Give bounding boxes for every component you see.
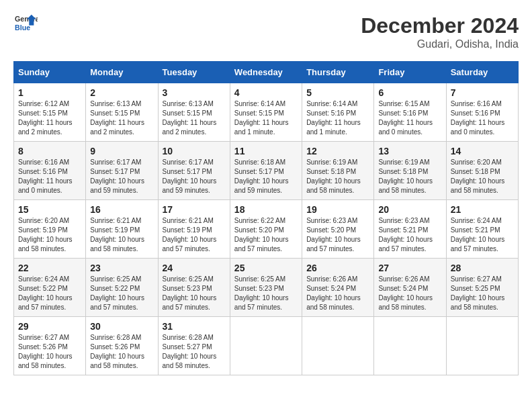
weekday-header-row: SundayMondayTuesdayWednesdayThursdayFrid… — [14, 62, 519, 83]
logo: General Blue — [13, 13, 38, 34]
calendar-cell: 6Sunrise: 6:15 AM Sunset: 5:16 PM Daylig… — [374, 83, 446, 142]
week-row-5: 29Sunrise: 6:27 AM Sunset: 5:26 PM Dayli… — [14, 317, 519, 375]
weekday-header-friday: Friday — [374, 62, 446, 83]
day-number: 21 — [451, 204, 514, 215]
day-info: Sunrise: 6:19 AM Sunset: 5:18 PM Dayligh… — [378, 158, 441, 195]
day-info: Sunrise: 6:16 AM Sunset: 5:16 PM Dayligh… — [18, 158, 81, 195]
week-row-2: 8Sunrise: 6:16 AM Sunset: 5:16 PM Daylig… — [14, 142, 519, 200]
calendar-cell: 23Sunrise: 6:25 AM Sunset: 5:22 PM Dayli… — [86, 259, 158, 317]
week-row-1: 1Sunrise: 6:12 AM Sunset: 5:15 PM Daylig… — [14, 83, 519, 142]
calendar-cell: 9Sunrise: 6:17 AM Sunset: 5:17 PM Daylig… — [86, 142, 158, 200]
day-number: 24 — [163, 263, 226, 273]
calendar-cell: 3Sunrise: 6:13 AM Sunset: 5:15 PM Daylig… — [158, 83, 230, 142]
calendar-cell: 19Sunrise: 6:23 AM Sunset: 5:20 PM Dayli… — [302, 200, 374, 259]
weekday-header-saturday: Saturday — [446, 62, 518, 83]
day-info: Sunrise: 6:28 AM Sunset: 5:26 PM Dayligh… — [90, 333, 153, 371]
day-number: 3 — [163, 87, 226, 98]
day-number: 14 — [451, 146, 514, 156]
day-info: Sunrise: 6:26 AM Sunset: 5:24 PM Dayligh… — [306, 275, 369, 312]
day-info: Sunrise: 6:26 AM Sunset: 5:24 PM Dayligh… — [378, 275, 441, 312]
calendar-cell: 5Sunrise: 6:14 AM Sunset: 5:16 PM Daylig… — [302, 83, 374, 142]
day-number: 26 — [306, 263, 369, 273]
day-number: 4 — [234, 87, 298, 98]
weekday-header-monday: Monday — [86, 62, 158, 83]
calendar-cell: 28Sunrise: 6:27 AM Sunset: 5:25 PM Dayli… — [446, 259, 518, 317]
calendar-cell: 21Sunrise: 6:24 AM Sunset: 5:21 PM Dayli… — [446, 200, 518, 259]
calendar-cell — [446, 317, 518, 375]
day-info: Sunrise: 6:24 AM Sunset: 5:22 PM Dayligh… — [18, 275, 81, 312]
calendar-cell: 4Sunrise: 6:14 AM Sunset: 5:15 PM Daylig… — [230, 83, 302, 142]
day-number: 15 — [18, 204, 81, 215]
day-number: 10 — [163, 146, 226, 156]
day-number: 7 — [451, 87, 514, 98]
day-number: 6 — [378, 87, 441, 98]
day-number: 20 — [378, 204, 441, 215]
day-number: 27 — [378, 263, 441, 273]
day-info: Sunrise: 6:14 AM Sunset: 5:15 PM Dayligh… — [234, 99, 298, 137]
weekday-header-thursday: Thursday — [302, 62, 374, 83]
day-info: Sunrise: 6:22 AM Sunset: 5:20 PM Dayligh… — [234, 216, 298, 254]
calendar-cell: 1Sunrise: 6:12 AM Sunset: 5:15 PM Daylig… — [14, 83, 86, 142]
day-info: Sunrise: 6:25 AM Sunset: 5:22 PM Dayligh… — [90, 275, 153, 312]
calendar-cell: 12Sunrise: 6:19 AM Sunset: 5:18 PM Dayli… — [302, 142, 374, 200]
calendar-cell: 24Sunrise: 6:25 AM Sunset: 5:23 PM Dayli… — [158, 259, 230, 317]
day-info: Sunrise: 6:18 AM Sunset: 5:17 PM Dayligh… — [234, 158, 298, 195]
day-number: 19 — [306, 204, 369, 215]
calendar-cell: 17Sunrise: 6:21 AM Sunset: 5:19 PM Dayli… — [158, 200, 230, 259]
day-info: Sunrise: 6:25 AM Sunset: 5:23 PM Dayligh… — [163, 275, 226, 312]
calendar-cell: 2Sunrise: 6:13 AM Sunset: 5:15 PM Daylig… — [86, 83, 158, 142]
day-number: 18 — [234, 204, 298, 215]
day-info: Sunrise: 6:20 AM Sunset: 5:18 PM Dayligh… — [451, 158, 514, 195]
day-number: 8 — [18, 146, 81, 156]
day-info: Sunrise: 6:28 AM Sunset: 5:27 PM Dayligh… — [163, 333, 226, 371]
week-row-3: 15Sunrise: 6:20 AM Sunset: 5:19 PM Dayli… — [14, 200, 519, 259]
day-number: 16 — [90, 204, 153, 215]
day-number: 5 — [306, 87, 369, 98]
day-info: Sunrise: 6:21 AM Sunset: 5:19 PM Dayligh… — [90, 216, 153, 254]
week-row-4: 22Sunrise: 6:24 AM Sunset: 5:22 PM Dayli… — [14, 259, 519, 317]
day-number: 11 — [234, 146, 298, 156]
day-number: 23 — [90, 263, 153, 273]
day-info: Sunrise: 6:23 AM Sunset: 5:21 PM Dayligh… — [378, 216, 441, 254]
calendar-cell: 13Sunrise: 6:19 AM Sunset: 5:18 PM Dayli… — [374, 142, 446, 200]
calendar-cell — [374, 317, 446, 375]
day-number: 22 — [18, 263, 81, 273]
calendar-cell: 22Sunrise: 6:24 AM Sunset: 5:22 PM Dayli… — [14, 259, 86, 317]
day-number: 9 — [90, 146, 153, 156]
day-number: 13 — [378, 146, 441, 156]
calendar-cell: 29Sunrise: 6:27 AM Sunset: 5:26 PM Dayli… — [14, 317, 86, 375]
day-number: 17 — [163, 204, 226, 215]
day-number: 31 — [163, 321, 226, 332]
day-info: Sunrise: 6:27 AM Sunset: 5:26 PM Dayligh… — [18, 333, 81, 371]
calendar-cell: 8Sunrise: 6:16 AM Sunset: 5:16 PM Daylig… — [14, 142, 86, 200]
calendar-cell — [302, 317, 374, 375]
calendar-cell: 15Sunrise: 6:20 AM Sunset: 5:19 PM Dayli… — [14, 200, 86, 259]
day-number: 12 — [306, 146, 369, 156]
day-info: Sunrise: 6:14 AM Sunset: 5:16 PM Dayligh… — [306, 99, 369, 137]
calendar-cell: 25Sunrise: 6:25 AM Sunset: 5:23 PM Dayli… — [230, 259, 302, 317]
day-info: Sunrise: 6:12 AM Sunset: 5:15 PM Dayligh… — [18, 99, 81, 137]
logo-icon: General Blue — [13, 13, 38, 34]
day-info: Sunrise: 6:21 AM Sunset: 5:19 PM Dayligh… — [163, 216, 226, 254]
calendar-cell: 27Sunrise: 6:26 AM Sunset: 5:24 PM Dayli… — [374, 259, 446, 317]
calendar-cell: 26Sunrise: 6:26 AM Sunset: 5:24 PM Dayli… — [302, 259, 374, 317]
weekday-header-wednesday: Wednesday — [230, 62, 302, 83]
day-info: Sunrise: 6:24 AM Sunset: 5:21 PM Dayligh… — [451, 216, 514, 254]
day-info: Sunrise: 6:17 AM Sunset: 5:17 PM Dayligh… — [90, 158, 153, 195]
calendar-cell — [230, 317, 302, 375]
day-info: Sunrise: 6:23 AM Sunset: 5:20 PM Dayligh… — [306, 216, 369, 254]
day-info: Sunrise: 6:25 AM Sunset: 5:23 PM Dayligh… — [234, 275, 298, 312]
calendar-cell: 16Sunrise: 6:21 AM Sunset: 5:19 PM Dayli… — [86, 200, 158, 259]
calendar-cell: 30Sunrise: 6:28 AM Sunset: 5:26 PM Dayli… — [86, 317, 158, 375]
day-info: Sunrise: 6:20 AM Sunset: 5:19 PM Dayligh… — [18, 216, 81, 254]
calendar-cell: 10Sunrise: 6:17 AM Sunset: 5:17 PM Dayli… — [158, 142, 230, 200]
day-info: Sunrise: 6:19 AM Sunset: 5:18 PM Dayligh… — [306, 158, 369, 195]
calendar-cell: 11Sunrise: 6:18 AM Sunset: 5:17 PM Dayli… — [230, 142, 302, 200]
title-area: December 2024 Gudari, Odisha, India — [361, 13, 519, 50]
weekday-header-tuesday: Tuesday — [158, 62, 230, 83]
day-number: 28 — [451, 263, 514, 273]
day-info: Sunrise: 6:16 AM Sunset: 5:16 PM Dayligh… — [451, 99, 514, 137]
calendar-cell: 20Sunrise: 6:23 AM Sunset: 5:21 PM Dayli… — [374, 200, 446, 259]
day-info: Sunrise: 6:15 AM Sunset: 5:16 PM Dayligh… — [378, 99, 441, 137]
calendar-cell: 31Sunrise: 6:28 AM Sunset: 5:27 PM Dayli… — [158, 317, 230, 375]
